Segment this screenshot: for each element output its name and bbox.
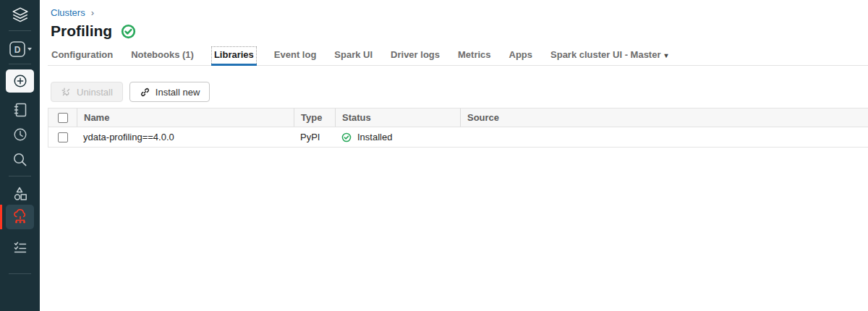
- sidebar-item-jobs[interactable]: [0, 237, 40, 257]
- sidebar-divider: [9, 273, 31, 274]
- column-header-name: Name: [77, 108, 294, 127]
- sidebar-item-workspace-switcher[interactable]: D: [0, 39, 40, 59]
- jobs-checklist-icon: [12, 239, 29, 256]
- uninstall-button[interactable]: Uninstall: [51, 82, 123, 102]
- tab-configuration[interactable]: Configuration: [51, 46, 114, 65]
- data-shapes-icon: [12, 185, 29, 203]
- cluster-running-status-icon: [121, 24, 136, 39]
- databricks-layers-icon: [11, 7, 30, 25]
- library-type: PyPI: [294, 127, 335, 147]
- install-new-label: Install new: [156, 87, 200, 98]
- broken-link-icon: [61, 87, 72, 98]
- installed-check-icon: [341, 132, 352, 142]
- status-label: Installed: [357, 132, 392, 142]
- clock-icon: [12, 127, 28, 142]
- sidebar-divider: [9, 176, 31, 176]
- tab-event-log[interactable]: Event log: [273, 46, 318, 65]
- uninstall-label: Uninstall: [77, 87, 113, 98]
- tab-spark-cluster-ui-master[interactable]: Spark cluster UI - Master▾: [550, 46, 668, 65]
- plus-circle-icon: [12, 73, 28, 89]
- sidebar-item-create[interactable]: [6, 69, 34, 93]
- sidebar-item-search[interactable]: [0, 149, 40, 169]
- select-all-checkbox[interactable]: [58, 113, 68, 123]
- search-icon: [12, 151, 28, 168]
- svg-text:D: D: [14, 45, 20, 55]
- breadcrumb: Clusters ›: [51, 7, 94, 18]
- table-header-row: Name Type Status Source: [48, 108, 868, 127]
- table-row: ydata-profiling==4.0.0 PyPI Installed: [48, 127, 868, 148]
- sidebar-item-clusters[interactable]: [6, 205, 34, 229]
- tab-label: Spark cluster UI - Master: [550, 49, 660, 60]
- sidebar-divider: [9, 30, 31, 31]
- link-icon: [140, 87, 150, 98]
- tab-spark-ui[interactable]: Spark UI: [333, 46, 373, 65]
- breadcrumb-clusters-link[interactable]: Clusters: [51, 7, 85, 18]
- libraries-table: Name Type Status Source ydata-profiling=…: [48, 108, 868, 148]
- sidebar-divider: [9, 64, 31, 64]
- clusters-cloud-icon: [12, 208, 29, 226]
- column-header-status: Status: [335, 108, 460, 127]
- workspace-d-icon: D: [8, 41, 33, 58]
- breadcrumb-separator: ›: [91, 7, 94, 18]
- column-header-source: Source: [460, 108, 868, 127]
- library-toolbar: Uninstall Install new: [51, 82, 210, 102]
- active-nav-indicator: [0, 205, 2, 229]
- tab-apps[interactable]: Apps: [509, 46, 534, 65]
- library-source: [460, 127, 868, 147]
- tab-notebooks[interactable]: Notebooks (1): [130, 46, 195, 65]
- caret-down-icon: ▾: [664, 51, 668, 59]
- library-status: Installed: [335, 127, 460, 147]
- tab-driver-logs[interactable]: Driver logs: [390, 46, 441, 65]
- tab-bar: Configuration Notebooks (1) Libraries Ev…: [48, 46, 868, 66]
- databricks-logo[interactable]: [0, 6, 40, 26]
- main-content: Clusters › Profiling Configuration Noteb…: [40, 0, 868, 311]
- sidebar-item-recents[interactable]: [0, 124, 40, 145]
- library-name: ydata-profiling==4.0.0: [77, 127, 294, 147]
- tab-metrics[interactable]: Metrics: [457, 46, 492, 65]
- row-checkbox[interactable]: [58, 132, 68, 142]
- page-title: Profiling: [51, 22, 112, 40]
- sidebar-item-data[interactable]: [0, 184, 40, 204]
- install-new-button[interactable]: Install new: [129, 82, 210, 102]
- sidebar-item-workspace[interactable]: [0, 100, 40, 120]
- tab-libraries[interactable]: Libraries: [211, 46, 257, 65]
- column-header-type: Type: [294, 108, 335, 127]
- notebook-icon: [12, 101, 29, 119]
- sidebar: D: [0, 0, 40, 311]
